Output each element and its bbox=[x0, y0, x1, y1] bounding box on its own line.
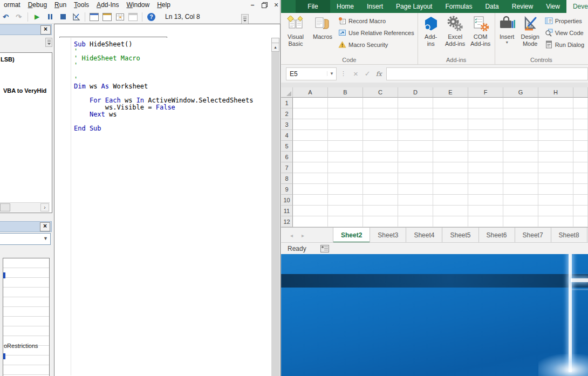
help-icon[interactable]: ? bbox=[147, 12, 156, 22]
grid-cell[interactable] bbox=[328, 206, 363, 216]
grid-cell[interactable] bbox=[503, 98, 538, 108]
scrollbar-thumb[interactable] bbox=[0, 203, 10, 211]
grid-cell[interactable] bbox=[468, 195, 503, 206]
grid-cell[interactable] bbox=[363, 108, 398, 119]
tab-review[interactable]: Review bbox=[505, 0, 539, 13]
menu-item-add-ins[interactable]: Add-Ins bbox=[93, 0, 122, 10]
grid-cell[interactable] bbox=[328, 162, 363, 173]
grid-cell[interactable] bbox=[363, 216, 398, 227]
insert-control-button[interactable]: Insert ▾ bbox=[496, 14, 518, 45]
grid-cell[interactable] bbox=[573, 216, 588, 227]
grid-cell[interactable] bbox=[328, 184, 363, 195]
column-header-A[interactable]: A bbox=[293, 87, 328, 98]
project-toolbar-handle[interactable] bbox=[45, 38, 52, 47]
row-header-11[interactable]: 11 bbox=[281, 206, 293, 216]
grid-cell[interactable] bbox=[293, 162, 328, 173]
grid-cell[interactable] bbox=[538, 184, 573, 195]
tab-developer[interactable]: Developer bbox=[566, 0, 588, 13]
grid-cell[interactable] bbox=[328, 173, 363, 184]
grid-cell[interactable] bbox=[433, 216, 468, 227]
com-addins-button[interactable]: COM Add-ins bbox=[468, 14, 494, 47]
cancel-icon[interactable]: × bbox=[353, 69, 358, 78]
grid-cell[interactable] bbox=[573, 108, 588, 119]
grid-cell[interactable] bbox=[538, 108, 573, 119]
grid-cell[interactable] bbox=[468, 216, 503, 227]
record-macro-status-icon[interactable] bbox=[320, 245, 329, 252]
tab-insert[interactable]: Insert bbox=[360, 0, 389, 13]
select-all-corner[interactable] bbox=[281, 87, 293, 98]
grid-cell[interactable] bbox=[538, 130, 573, 141]
name-box[interactable]: E5 ▼ bbox=[286, 67, 337, 80]
sheet-next-icon[interactable]: ▸ bbox=[302, 233, 304, 238]
grid-cell[interactable] bbox=[538, 141, 573, 152]
row-header-12[interactable]: 12 bbox=[281, 216, 293, 227]
grid-cell[interactable] bbox=[363, 184, 398, 195]
tab-home[interactable]: Home bbox=[330, 0, 360, 13]
scroll-up-icon[interactable]: ▴ bbox=[271, 43, 279, 52]
menu-item-tools[interactable]: Tools bbox=[70, 0, 93, 10]
grid-cell[interactable] bbox=[573, 119, 588, 130]
grid-cell[interactable] bbox=[328, 195, 363, 206]
grid-cell[interactable] bbox=[398, 195, 433, 206]
toolbox-icon[interactable] bbox=[128, 12, 138, 22]
grid-cell[interactable] bbox=[468, 206, 503, 216]
grid-cell[interactable] bbox=[398, 141, 433, 152]
close-icon[interactable]: × bbox=[273, 2, 279, 8]
grid-cell[interactable] bbox=[468, 119, 503, 130]
column-header-C[interactable]: C bbox=[363, 87, 398, 98]
grid-cell[interactable] bbox=[328, 130, 363, 141]
chevron-down-icon[interactable]: ▼ bbox=[327, 71, 336, 76]
macros-button[interactable]: Macros bbox=[309, 14, 336, 40]
sheet-prev-icon[interactable]: ◂ bbox=[290, 233, 293, 238]
properties-grid[interactable]: oRestrictions bbox=[3, 258, 50, 376]
grid-cell[interactable] bbox=[293, 141, 328, 152]
properties-object-dropdown[interactable]: ▼ bbox=[0, 233, 51, 245]
grid-cell[interactable] bbox=[433, 108, 468, 119]
grid-cell[interactable] bbox=[398, 162, 433, 173]
grid-cell[interactable] bbox=[503, 184, 538, 195]
grid-cell[interactable] bbox=[433, 141, 468, 152]
worksheet-grid[interactable]: ABCDEFGH123456789101112 bbox=[281, 87, 588, 227]
tab-data[interactable]: Data bbox=[478, 0, 505, 13]
grid-cell[interactable] bbox=[398, 206, 433, 216]
grid-cell[interactable] bbox=[573, 195, 588, 206]
grid-cell[interactable] bbox=[433, 152, 468, 162]
grid-cell[interactable] bbox=[433, 162, 468, 173]
sheet-tab-sheet4[interactable]: Sheet4 bbox=[406, 228, 442, 243]
scroll-right-icon[interactable]: › bbox=[40, 203, 49, 211]
property-value[interactable]: oRestrictions bbox=[4, 343, 38, 349]
undo-icon[interactable]: ↶ bbox=[1, 12, 10, 22]
project-explorer-icon[interactable] bbox=[90, 12, 99, 22]
menu-item-help[interactable]: Help bbox=[153, 0, 174, 10]
sheet-tab-sheet8[interactable]: Sheet8 bbox=[551, 228, 587, 243]
grid-cell[interactable] bbox=[328, 108, 363, 119]
run-icon[interactable]: ▶ bbox=[32, 12, 42, 22]
grid-cell[interactable] bbox=[293, 130, 328, 141]
grid-cell[interactable] bbox=[293, 108, 328, 119]
menu-item-run[interactable]: Run bbox=[51, 0, 70, 10]
grid-cell[interactable] bbox=[503, 216, 538, 227]
grid-cell[interactable] bbox=[398, 152, 433, 162]
project-explorer-close-icon[interactable]: × bbox=[40, 25, 51, 35]
grid-cell[interactable] bbox=[433, 173, 468, 184]
column-header-G[interactable]: G bbox=[503, 87, 538, 98]
grid-cell[interactable] bbox=[328, 141, 363, 152]
grid-cell[interactable] bbox=[433, 130, 468, 141]
grid-cell[interactable] bbox=[503, 130, 538, 141]
design-mode-icon[interactable] bbox=[71, 12, 80, 22]
grid-cell[interactable] bbox=[398, 184, 433, 195]
grid-cell[interactable] bbox=[363, 206, 398, 216]
grid-cell[interactable] bbox=[538, 162, 573, 173]
grid-cell[interactable] bbox=[573, 184, 588, 195]
menu-item-debug[interactable]: Debug bbox=[24, 0, 51, 10]
grid-cell[interactable] bbox=[433, 206, 468, 216]
grid-cell[interactable] bbox=[398, 119, 433, 130]
reset-icon[interactable] bbox=[58, 12, 67, 22]
grid-cell[interactable] bbox=[363, 141, 398, 152]
grid-cell[interactable] bbox=[363, 130, 398, 141]
grid-cell[interactable] bbox=[503, 152, 538, 162]
row-header-6[interactable]: 6 bbox=[281, 152, 293, 162]
column-header-H[interactable]: H bbox=[538, 87, 573, 98]
sheet-tab-sheet7[interactable]: Sheet7 bbox=[515, 228, 551, 243]
row-header-10[interactable]: 10 bbox=[281, 195, 293, 206]
